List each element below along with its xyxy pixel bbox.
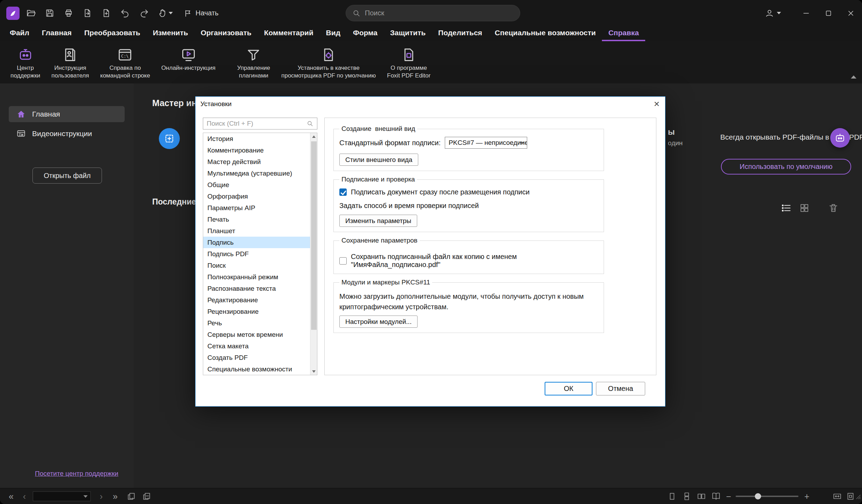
category-item[interactable]: Орфография (203, 191, 310, 202)
category-item[interactable]: Серверы меток времени (203, 329, 310, 340)
category-item[interactable]: Речь (203, 317, 310, 329)
menu-tab-edit[interactable]: Изменить (147, 26, 194, 41)
cancel-button[interactable]: Отмена (596, 382, 645, 395)
category-item[interactable]: История (203, 133, 310, 144)
undo-icon[interactable] (117, 6, 133, 21)
facing-view-button[interactable] (694, 488, 708, 504)
category-item[interactable]: Мультимедиа (устаревшие) (203, 168, 310, 179)
category-item[interactable]: Подпись PDF (203, 248, 310, 260)
export-document-icon[interactable] (80, 6, 95, 21)
category-item[interactable]: Распознавание текста (203, 283, 310, 294)
single-page-view-button[interactable] (665, 488, 679, 504)
menu-tab-comment[interactable]: Комментарий (258, 26, 319, 41)
menu-tab-form[interactable]: Форма (347, 26, 384, 41)
scrollbar-thumb[interactable] (311, 141, 317, 330)
list-view-button[interactable] (780, 201, 793, 215)
category-item[interactable]: Мастер действий (203, 156, 310, 168)
svg-text:C:\_: C:\_ (121, 54, 132, 59)
support-assistant-button[interactable] (830, 128, 850, 148)
category-item[interactable]: Комментирование (203, 144, 310, 156)
open-file-button[interactable]: Открыть файл (32, 168, 102, 184)
use-as-default-button[interactable]: Использовать по умолчанию (721, 159, 851, 175)
menu-tab-share[interactable]: Поделиться (432, 26, 488, 41)
account-button[interactable] (765, 9, 781, 18)
zoom-in-button[interactable]: + (801, 488, 812, 504)
menu-tab-accessibility[interactable]: Специальные возможности (488, 26, 602, 41)
scroll-down-icon[interactable] (310, 368, 317, 375)
menu-tab-view[interactable]: Вид (320, 26, 347, 41)
first-page-button[interactable]: « (5, 488, 17, 504)
ribbon-about[interactable]: О программеFoxit PDF Editor (382, 41, 436, 80)
grid-view-button[interactable] (798, 201, 811, 215)
menu-tab-home[interactable]: Главная (36, 26, 78, 41)
category-item[interactable]: Полноэкранный режим (203, 271, 310, 283)
save-icon[interactable] (42, 6, 57, 21)
menu-tab-organize[interactable]: Организовать (194, 26, 258, 41)
previous-page-button[interactable]: ‹ (18, 488, 31, 504)
category-item[interactable]: Подпись (203, 237, 310, 248)
new-document-icon[interactable] (98, 6, 114, 21)
clear-recent-button[interactable] (827, 201, 840, 215)
next-page-button[interactable]: › (95, 488, 108, 504)
menu-tab-file[interactable]: Файл (3, 26, 36, 41)
sign-immediately-checkbox[interactable] (339, 188, 347, 196)
support-center-link[interactable]: Посетите центр поддержки (35, 470, 118, 477)
save-copy-checkbox[interactable] (339, 257, 347, 265)
category-item[interactable]: Печать (203, 214, 310, 225)
module-settings-button[interactable]: Настройки модулей... (339, 316, 418, 328)
collapse-ribbon-icon[interactable] (851, 75, 856, 79)
print-icon[interactable] (61, 6, 76, 21)
menu-tab-help[interactable]: Справка (602, 26, 645, 41)
page-caret-icon[interactable] (83, 495, 88, 498)
open-file-icon[interactable] (23, 6, 38, 21)
last-page-button[interactable]: » (109, 488, 121, 504)
appearance-styles-button[interactable]: Стили внешнего вида (339, 154, 418, 166)
menu-tab-convert[interactable]: Преобразовать (78, 26, 146, 41)
zoom-out-button[interactable]: − (723, 488, 734, 504)
close-button[interactable] (840, 0, 862, 26)
category-item[interactable]: Поиск (203, 260, 310, 271)
zoom-slider-thumb[interactable] (755, 493, 761, 499)
maximize-button[interactable] (817, 0, 840, 26)
save-copy-label[interactable]: Сохранить подписанный файл как копию с и… (351, 253, 598, 269)
category-item[interactable]: Сетка макета (203, 340, 310, 352)
zoom-slider-track[interactable] (736, 496, 798, 497)
category-scrollbar[interactable] (310, 133, 317, 375)
resize-grip-icon[interactable] (854, 488, 862, 504)
clipboard-button[interactable] (140, 488, 154, 504)
sidebar-item-video-tutorials[interactable]: Видеоинструкции (9, 126, 125, 142)
category-item[interactable]: Специальные возможности (203, 363, 310, 375)
ribbon-set-default-viewer[interactable]: Установить в качествепросмотрщика PDF по… (276, 41, 382, 80)
redo-icon[interactable] (136, 6, 152, 21)
snapshot-button[interactable] (124, 488, 138, 504)
scroll-up-icon[interactable] (310, 133, 317, 140)
continuous-view-button[interactable] (680, 488, 694, 504)
global-search-input[interactable]: Поиск (346, 5, 520, 21)
start-button[interactable]: Начать (184, 9, 219, 17)
sign-immediately-label[interactable]: Подписать документ сразу после размещени… (351, 188, 530, 196)
category-item[interactable]: Общие (203, 179, 310, 191)
category-item[interactable]: Создать PDF (203, 352, 310, 363)
fit-width-button[interactable] (830, 488, 844, 504)
page-number-input[interactable] (33, 491, 91, 501)
signature-format-label: Стандартный формат подписи: (339, 139, 441, 147)
ok-button[interactable]: ОК (545, 382, 592, 395)
book-view-button[interactable] (709, 488, 723, 504)
dialog-close-button[interactable]: × (650, 98, 663, 110)
category-item[interactable]: Планшет (203, 225, 310, 237)
category-item[interactable]: Редактирование (203, 294, 310, 306)
minimize-button[interactable] (795, 0, 817, 26)
preferences-search-input[interactable]: Поиск (Ctrl + F) (203, 118, 317, 129)
category-item[interactable]: Рецензирование (203, 306, 310, 317)
signature-format-select[interactable]: PKCS#7 — неприсоедине (445, 137, 527, 149)
ribbon-online-tutorial[interactable]: Онлайн-инструкция (156, 41, 221, 72)
change-settings-button[interactable]: Изменить параметры (339, 215, 417, 227)
ribbon-manage-plugins[interactable]: Управлениеплагинами (231, 41, 276, 80)
ribbon-support-center[interactable]: Центрподдержки (5, 41, 46, 80)
sidebar-item-home[interactable]: Главная (9, 106, 125, 122)
category-item[interactable]: Параметры AIP (203, 202, 310, 214)
ribbon-user-manual[interactable]: Инструкцияпользователя (46, 41, 95, 80)
hand-tool-icon[interactable] (155, 6, 175, 21)
menu-tab-protect[interactable]: Защитить (384, 26, 432, 41)
ribbon-command-line-help[interactable]: C:\_ Справка покомандной строке (95, 41, 156, 80)
